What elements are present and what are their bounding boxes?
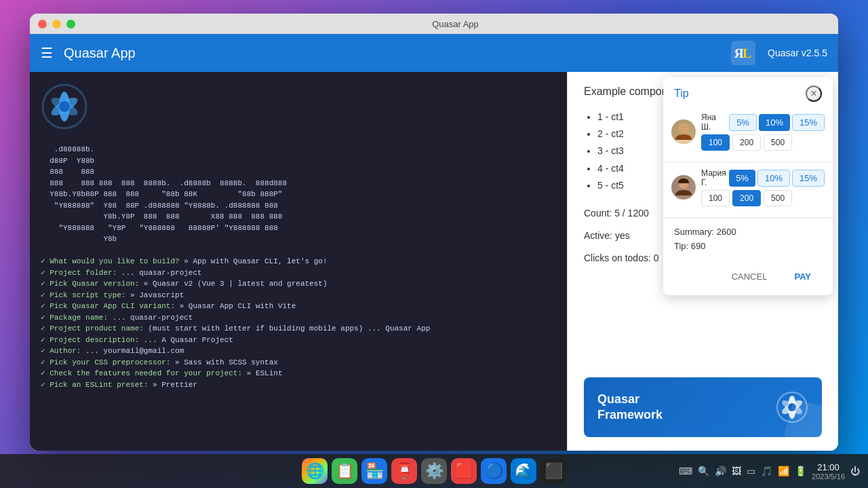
dock-app-3[interactable]: 🏪	[361, 458, 387, 484]
menu-icon[interactable]: ☰	[41, 45, 53, 61]
quasar-spinner-logo	[41, 83, 88, 133]
dock-app-5[interactable]: ⚙️	[421, 458, 447, 484]
dock-app-7[interactable]: 🔵	[481, 458, 507, 484]
sys-icon-4: 🖼	[732, 466, 741, 476]
person2-amt-100-btn[interactable]: 100	[701, 190, 730, 206]
dock-app-4[interactable]: 📮	[391, 458, 417, 484]
person2-amt-500-btn[interactable]: 500	[764, 190, 792, 206]
summary-row: Summary: 2600	[674, 225, 822, 240]
sys-icon-2: 🔍	[698, 466, 709, 476]
svg-point-7	[59, 101, 70, 112]
tip-actions: CANCEL PAY	[663, 261, 833, 295]
person2-pct-10-btn[interactable]: 10%	[757, 170, 790, 187]
app-title: Quasar App	[64, 45, 719, 61]
minimize-button[interactable]	[52, 20, 61, 29]
main-window: Quasar App ☰ Quasar App Я L Quasar v2.5.…	[30, 14, 838, 451]
summary-value: 2600	[717, 227, 736, 237]
dock-app-2[interactable]: 📋	[332, 458, 357, 484]
svg-point-15	[679, 124, 688, 133]
tip-value: 690	[691, 241, 706, 251]
right-panel: Example component 1 - ct1 2 - ct2 3 - ct…	[567, 72, 838, 451]
sys-icon-5: ▭	[747, 466, 755, 476]
terminal-output: .d88888b. d88P Y88b 888 888 888 888 888 …	[41, 144, 556, 390]
tip-person-2-row: Мария Г. 5% 10% 15% 100 200 500	[663, 163, 833, 218]
person1-pct-5-btn[interactable]: 5%	[729, 114, 757, 131]
taskbar: 🌐 📋 🏪 📮 ⚙️ 🟥 🔵 🌊 ⬛ ⌨ 🔍 🔊 🖼 ▭ 🎵 📶 🔋 21:00…	[0, 454, 868, 488]
person2-pct-5-btn[interactable]: 5%	[729, 170, 755, 187]
tip-close-button[interactable]: ×	[806, 86, 822, 102]
app-header: ☰ Quasar App Я L Quasar v2.5.5	[30, 34, 838, 72]
person1-amt-500-btn[interactable]: 500	[764, 134, 792, 151]
sys-icon-3: 🔊	[715, 466, 726, 476]
person-2-avatar	[671, 175, 696, 200]
main-content: .d88888b. d88P Y88b 888 888 888 888 888 …	[30, 72, 838, 451]
close-button[interactable]	[38, 20, 47, 29]
tip-person-1-info: Яна Ш. 5% 10% 15% 100 200 500	[671, 113, 825, 151]
taskbar-time: 21:00	[812, 462, 845, 472]
person-1-name: Яна Ш.	[701, 113, 726, 132]
person2-pct-15-btn[interactable]: 15%	[792, 170, 825, 187]
tip-title: Tip	[674, 88, 689, 100]
window-title: Quasar App	[81, 19, 830, 29]
tip-header: Tip ×	[663, 77, 833, 107]
svg-text:L: L	[743, 45, 751, 60]
battery-icon: 🔋	[795, 466, 806, 476]
person-2-name: Мария Г.	[701, 168, 726, 187]
person1-amt-100-btn[interactable]: 100	[701, 134, 730, 151]
power-icon[interactable]: ⏻	[850, 466, 860, 476]
sys-icon-6: 🎵	[761, 466, 772, 476]
tip-label: Tip:	[674, 241, 688, 251]
tip-person-2-info: Мария Г. 5% 10% 15% 100 200 500	[671, 168, 825, 206]
dock-app-9[interactable]: ⬛	[540, 458, 566, 484]
quasar-logo: Я L	[730, 39, 757, 67]
dock-app-1[interactable]: 🌐	[302, 458, 328, 484]
maximize-button[interactable]	[66, 20, 75, 29]
taskbar-date: 2023/5/16	[812, 472, 845, 481]
pay-button[interactable]: PAY	[783, 267, 822, 286]
version-text: Quasar v2.5.5	[768, 48, 827, 58]
terminal-panel: .d88888b. d88P Y88b 888 888 888 888 888 …	[30, 72, 567, 451]
taskbar-dock: 🌐 📋 🏪 📮 ⚙️ 🟥 🔵 🌊 ⬛	[302, 458, 566, 484]
person1-pct-10-btn[interactable]: 10%	[759, 114, 790, 131]
person-1-avatar	[671, 119, 696, 144]
sys-icon-1: ⌨	[679, 466, 692, 476]
quasar-card-title: QuasarFramework	[597, 392, 663, 424]
wifi-icon: 📶	[778, 466, 789, 476]
tip-summary: Summary: 2600 Tip: 690	[663, 218, 833, 261]
cancel-button[interactable]: CANCEL	[721, 267, 778, 286]
tip-panel: Tip ×	[663, 77, 833, 295]
tip-row: Tip: 690	[674, 240, 822, 254]
dock-app-6[interactable]: 🟥	[451, 458, 477, 484]
summary-label: Summary:	[674, 227, 714, 237]
person1-amt-200-btn[interactable]: 200	[732, 134, 761, 151]
person1-pct-15-btn[interactable]: 15%	[792, 114, 825, 131]
quasar-framework-card: QuasarFramework	[584, 377, 822, 437]
taskbar-right: ⌨ 🔍 🔊 🖼 ▭ 🎵 📶 🔋 21:00 2023/5/16 ⏻	[679, 462, 860, 481]
tip-person-1-row: Яна Ш. 5% 10% 15% 100 200 500	[663, 107, 833, 162]
titlebar: Quasar App	[30, 14, 838, 34]
dock-app-8[interactable]: 🌊	[511, 458, 536, 484]
person2-amt-200-btn[interactable]: 200	[732, 190, 761, 206]
